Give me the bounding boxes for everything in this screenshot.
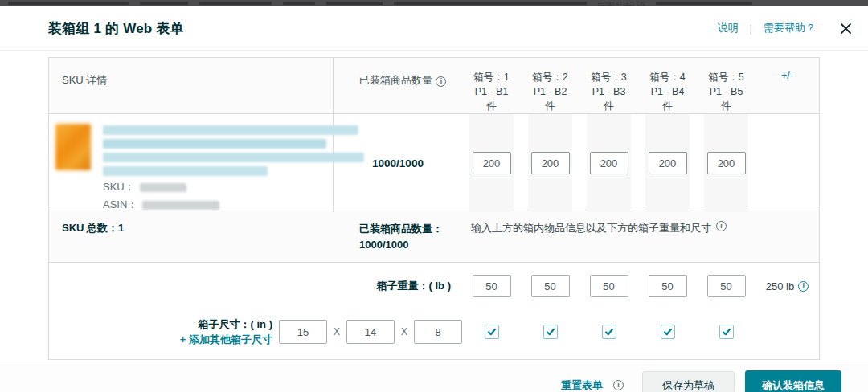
info-icon[interactable]: i [798, 281, 809, 292]
product-thumbnail [55, 124, 91, 170]
total-weight-value: 250 lb [766, 280, 794, 292]
box-1-weight-input[interactable] [473, 275, 511, 297]
info-icon[interactable]: i [613, 380, 624, 390]
box-2-header: 箱号：2 P1 - B2 件 [521, 58, 579, 113]
box-number: 箱号：5 [697, 70, 755, 84]
background-page-strip: Henan 471821 CN [0, 0, 868, 6]
table-header-row: SKU 详情 已装箱商品数量 i 箱号：1 P1 - B1 件 箱号：2 P1 … [49, 58, 819, 114]
box-2-dims-checkbox[interactable] [543, 325, 558, 339]
box-4-qty-input[interactable] [649, 152, 687, 174]
background-blur-text [8, 2, 129, 5]
packed-qty-summary-value: 1000/1000 [359, 237, 462, 253]
box-2-weight-input[interactable] [531, 275, 570, 297]
box-unit: 件 [462, 99, 521, 113]
help-link[interactable]: 需要帮助？ [764, 21, 816, 35]
add-remove-box-button[interactable]: +/- [755, 58, 819, 113]
dimension-x-separator: X [334, 326, 340, 337]
background-address-fragment: Henan 471821 CN [598, 1, 645, 6]
sku-value-redacted [140, 183, 186, 192]
box-1-qty-input[interactable] [473, 152, 511, 174]
close-icon[interactable] [840, 22, 852, 35]
packed-qty-header: 已装箱商品数量 [359, 74, 432, 86]
background-blur-text [394, 2, 587, 5]
modal-footer: 重置表单 i 保存为草稿 确认装箱信息 [0, 365, 868, 392]
save-as-draft-button[interactable]: 保存为草稿 [642, 371, 735, 392]
box-3-weight-input[interactable] [590, 275, 628, 297]
box-code: P1 - B5 [697, 84, 755, 99]
header-link-separator: | [750, 22, 752, 35]
box-length-input[interactable] [279, 320, 327, 344]
background-blur-text [326, 2, 383, 5]
box-3-qty-input[interactable] [590, 152, 628, 174]
box-3-dims-checkbox[interactable] [602, 325, 616, 339]
box-4-header: 箱号：4 P1 - B4 件 [638, 58, 697, 113]
info-icon[interactable]: i [716, 221, 727, 231]
confirm-packing-info-button[interactable]: 确认装箱信息 [745, 370, 841, 392]
box-unit: 件 [638, 99, 697, 113]
background-blur-text [656, 2, 752, 5]
background-blur-text [283, 2, 315, 5]
sku-total: SKU 总数：1 [49, 221, 334, 252]
box-number: 箱号：4 [638, 70, 697, 84]
box-5-weight-input[interactable] [707, 275, 746, 297]
packed-qty-summary-label: 已装箱商品数量： [359, 221, 462, 237]
packing-group-web-form-modal: Henan 471821 CN 装箱组 1 的 Web 表单 说明 | 需要帮助… [0, 0, 868, 392]
box-3-header: 箱号：3 P1 - B3 件 [579, 58, 638, 113]
instructions-link[interactable]: 说明 [718, 21, 739, 35]
product-title-redacted [103, 153, 364, 162]
modal-header: 装箱组 1 的 Web 表单 说明 | 需要帮助？ [0, 6, 868, 51]
box-number: 箱号：3 [579, 70, 638, 84]
box-number: 箱号：1 [462, 70, 521, 84]
packing-instruction: 输入上方的箱内物品信息以及下方的箱子重量和尺寸 [471, 221, 711, 235]
box-1-header: 箱号：1 P1 - B1 件 [462, 58, 521, 113]
product-title-redacted [103, 125, 358, 135]
background-blur-text [140, 2, 188, 5]
box-code: P1 - B2 [521, 84, 579, 99]
box-number: 箱号：2 [521, 70, 579, 84]
product-title-redacted [103, 139, 326, 149]
box-weight-label: 箱子重量：( lb ) [49, 279, 462, 293]
add-other-box-size-link[interactable]: + 添加其他箱子尺寸 [180, 332, 272, 348]
box-4-weight-input[interactable] [649, 275, 687, 297]
info-icon[interactable]: i [436, 76, 446, 87]
box-5-dims-checkbox[interactable] [719, 325, 734, 339]
product-row: SKU： ASIN： 1000/1000 [49, 114, 819, 210]
box-dimensions-label: 箱子尺寸：( in ) [180, 316, 272, 333]
product-title-redacted [103, 166, 268, 176]
box-unit: 件 [579, 99, 638, 113]
box-5-header: 箱号：5 P1 - B5 件 [697, 58, 755, 113]
sku-details-header: SKU 详情 [62, 74, 107, 86]
box-code: P1 - B3 [579, 84, 638, 99]
sku-label: SKU： [103, 180, 135, 194]
asin-value-redacted [142, 201, 219, 210]
packing-table: SKU 详情 已装箱商品数量 i 箱号：1 P1 - B1 件 箱号：2 P1 … [48, 57, 820, 360]
box-1-dims-checkbox[interactable] [485, 325, 499, 339]
box-5-qty-input[interactable] [707, 152, 746, 174]
box-width-input[interactable] [346, 320, 395, 344]
dimension-x-separator: X [401, 326, 407, 337]
background-blur-text [199, 2, 272, 5]
box-dimensions-row: 箱子尺寸：( in ) + 添加其他箱子尺寸 X X [49, 309, 819, 359]
box-height-input[interactable] [414, 320, 462, 344]
asin-label: ASIN： [103, 198, 137, 212]
box-weight-row: 箱子重量：( lb ) 250 lb i [49, 263, 819, 309]
box-code: P1 - B4 [638, 84, 697, 99]
summary-row: SKU 总数：1 已装箱商品数量： 1000/1000 输入上方的箱内物品信息以… [49, 210, 819, 263]
box-2-qty-input[interactable] [531, 152, 570, 174]
reset-form-link[interactable]: 重置表单 [561, 378, 603, 392]
page-title: 装箱组 1 的 Web 表单 [48, 19, 184, 38]
box-4-dims-checkbox[interactable] [661, 325, 675, 339]
box-code: P1 - B1 [462, 84, 521, 99]
box-unit: 件 [697, 99, 755, 113]
box-unit: 件 [521, 99, 579, 113]
